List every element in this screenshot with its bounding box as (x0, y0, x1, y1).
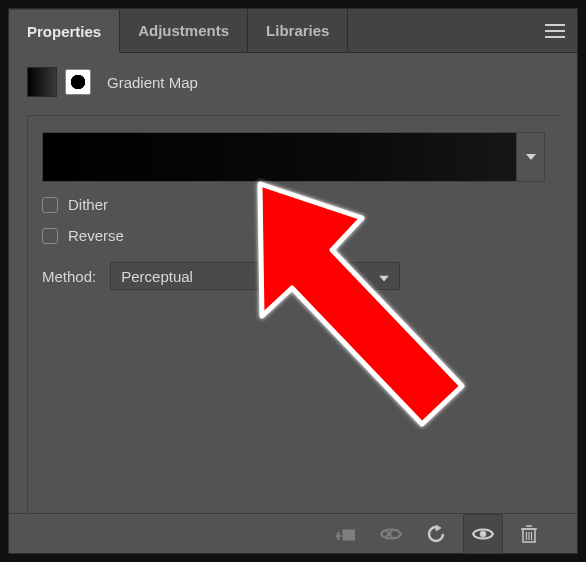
gradient-preview[interactable] (43, 133, 516, 181)
chevron-down-icon (379, 268, 389, 285)
dither-label: Dither (68, 196, 108, 213)
svg-rect-3 (343, 530, 355, 540)
reverse-checkbox[interactable] (42, 228, 58, 244)
clip-to-layer-icon[interactable] (325, 514, 365, 554)
dither-checkbox[interactable] (42, 197, 58, 213)
tab-libraries[interactable]: Libraries (248, 9, 348, 52)
adjustment-type-icon (27, 67, 57, 97)
reverse-label: Reverse (68, 227, 124, 244)
annotation-arrow (252, 176, 492, 466)
method-value: Perceptual (121, 268, 193, 285)
layer-mask-icon[interactable] (65, 69, 91, 95)
properties-panel: Properties Adjustments Libraries Gradien… (8, 8, 578, 554)
gradient-dropdown[interactable] (516, 133, 544, 181)
dither-row: Dither (42, 196, 545, 213)
method-row: Method: Perceptual (42, 262, 545, 290)
method-select[interactable]: Perceptual (110, 262, 400, 290)
reset-icon[interactable] (417, 514, 457, 554)
tab-properties[interactable]: Properties (9, 10, 120, 53)
panel-tabbar: Properties Adjustments Libraries (9, 9, 577, 53)
reverse-row: Reverse (42, 227, 545, 244)
panel-menu-icon[interactable] (533, 9, 577, 52)
visibility-icon[interactable] (463, 514, 503, 554)
tab-adjustments[interactable]: Adjustments (120, 9, 248, 52)
panel-header: Gradient Map (9, 53, 577, 115)
panel-title: Gradient Map (107, 74, 198, 91)
trash-icon[interactable] (509, 514, 549, 554)
gradient-picker[interactable] (42, 132, 545, 182)
svg-point-4 (480, 531, 486, 537)
panel-content: Dither Reverse Method: Perceptual (27, 115, 559, 513)
panel-footer (9, 513, 577, 553)
method-label: Method: (42, 268, 96, 285)
view-previous-icon[interactable] (371, 514, 411, 554)
